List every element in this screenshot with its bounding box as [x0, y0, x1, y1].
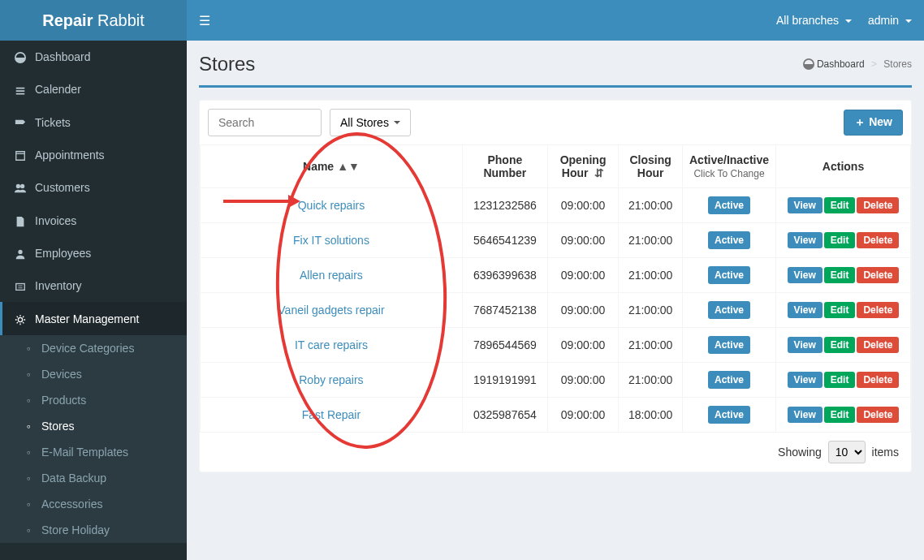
view-button[interactable]: View [788, 267, 823, 283]
status-badge[interactable]: Active [708, 406, 750, 424]
user-icon [12, 247, 28, 260]
svg-point-2 [18, 250, 22, 254]
cell-close: 18:00:00 [619, 398, 683, 433]
delete-button[interactable]: Delete [857, 302, 899, 318]
subnav-stores[interactable]: ◦Stores [0, 413, 187, 439]
store-name-link[interactable]: Vaneil gadgets repair [278, 304, 384, 317]
edit-button[interactable]: Edit [824, 337, 856, 353]
sort-icon: ▲▼ [337, 160, 360, 173]
breadcrumb-home[interactable]: Dashboard [817, 58, 865, 70]
view-button[interactable]: View [788, 372, 823, 388]
hamburger-icon[interactable]: ☰ [199, 13, 210, 28]
cogs-icon [12, 312, 28, 325]
subnav-device-categories[interactable]: ◦Device Categories [0, 335, 187, 361]
status-badge[interactable]: Active [708, 301, 750, 319]
subnav-label: Devices [41, 368, 82, 381]
store-name-link[interactable]: Allen repairs [300, 269, 363, 282]
status-badge[interactable]: Active [708, 336, 750, 354]
cell-open: 09:00:00 [547, 293, 618, 328]
delete-button[interactable]: Delete [857, 407, 899, 423]
view-button[interactable]: View [788, 232, 823, 248]
caret-down-icon [845, 19, 852, 23]
status-badge[interactable]: Active [708, 196, 750, 214]
store-name-link[interactable]: Quick repairs [298, 199, 365, 212]
edit-button[interactable]: Edit [824, 372, 856, 388]
delete-button[interactable]: Delete [857, 372, 899, 388]
inventory-icon [12, 279, 28, 292]
cell-open: 09:00:00 [547, 188, 618, 223]
edit-button[interactable]: Edit [824, 302, 856, 318]
store-name-link[interactable]: IT care repairs [295, 338, 368, 351]
calendar-icon [12, 149, 28, 162]
sidebar-item-appointments[interactable]: Appointments [0, 139, 187, 171]
new-label: New [869, 115, 892, 128]
branches-dropdown[interactable]: All branches [776, 14, 852, 27]
subnav-label: E-Mail Templates [41, 446, 128, 459]
sidebar-item-inventory[interactable]: Inventory [0, 269, 187, 302]
th-phone[interactable]: Phone Number [462, 145, 547, 188]
breadcrumb-sep: > [871, 58, 877, 70]
sidebar-item-invoices[interactable]: Invoices [0, 204, 187, 236]
new-button[interactable]: ＋ New [844, 110, 903, 136]
branches-label: All branches [776, 14, 839, 27]
cell-open: 09:00:00 [547, 258, 618, 293]
sidebar-item-dashboard[interactable]: Dashboard [0, 41, 187, 73]
sidebar-item-master-management[interactable]: Master Management [0, 302, 187, 334]
view-button[interactable]: View [788, 197, 823, 213]
th-open[interactable]: Opening Hour ⇵ [547, 145, 618, 188]
user-dropdown[interactable]: admin [868, 14, 912, 27]
items-label: items [872, 446, 899, 459]
table-row: Allen repairs639639963809:00:0021:00:00A… [201, 258, 911, 293]
delete-button[interactable]: Delete [857, 337, 899, 353]
subnav-store-holiday[interactable]: ◦Store Holiday [0, 517, 187, 543]
filter-dropdown[interactable]: All Stores [330, 109, 411, 136]
th-status[interactable]: Active/InactiveClick To Change [683, 145, 776, 188]
status-badge[interactable]: Active [708, 231, 750, 249]
store-name-link[interactable]: Fast Repair [302, 408, 361, 421]
per-page-select[interactable]: 10 [828, 441, 866, 463]
th-name[interactable]: Name▲▼ [201, 145, 463, 188]
edit-button[interactable]: Edit [824, 197, 856, 213]
cell-phone: 7687452138 [462, 293, 547, 328]
store-name-link[interactable]: Fix IT solutions [293, 234, 369, 247]
view-button[interactable]: View [788, 302, 823, 318]
showing-label: Showing [778, 446, 822, 459]
table-footer: Showing 10 items [200, 433, 911, 472]
file-icon [12, 213, 28, 226]
delete-button[interactable]: Delete [857, 232, 899, 248]
status-badge[interactable]: Active [708, 266, 750, 284]
subnav-email-templates[interactable]: ◦E-Mail Templates [0, 439, 187, 465]
dashboard-icon [803, 58, 814, 70]
subnav-products[interactable]: ◦Products [0, 387, 187, 413]
circle-arrow-icon: ◦ [20, 523, 37, 536]
delete-button[interactable]: Delete [857, 197, 899, 213]
search-input[interactable] [208, 109, 322, 136]
subnav-data-backup[interactable]: ◦Data Backup [0, 465, 187, 491]
sidebar-item-customers[interactable]: Customers [0, 171, 187, 204]
th-close[interactable]: Closing Hour [619, 145, 683, 188]
sidebar-item-label: Customers [35, 181, 90, 194]
delete-button[interactable]: Delete [857, 267, 899, 283]
sidebar-item-tickets[interactable]: Tickets [0, 106, 187, 139]
stores-table: Name▲▼ Phone Number Opening Hour ⇵ Closi… [200, 144, 911, 433]
brand-logo[interactable]: Repair Rabbit [0, 0, 187, 41]
svg-point-4 [18, 317, 22, 321]
sidebar-item-label: Calender [35, 83, 81, 96]
circle-arrow-icon: ◦ [20, 368, 37, 381]
sidebar-item-employees[interactable]: Employees [0, 237, 187, 269]
edit-button[interactable]: Edit [824, 232, 856, 248]
caret-down-icon [905, 19, 912, 23]
edit-button[interactable]: Edit [824, 407, 856, 423]
store-name-link[interactable]: Roby repairs [299, 373, 363, 386]
cell-close: 21:00:00 [619, 223, 683, 258]
subnav-devices[interactable]: ◦Devices [0, 361, 187, 387]
view-button[interactable]: View [788, 407, 823, 423]
sidebar-item-label: Invoices [35, 214, 76, 227]
subnav-accessories[interactable]: ◦Accessories [0, 491, 187, 517]
cell-close: 21:00:00 [619, 293, 683, 328]
status-badge[interactable]: Active [708, 371, 750, 389]
sidebar-item-calender[interactable]: Calender [0, 73, 187, 106]
view-button[interactable]: View [788, 337, 823, 353]
edit-button[interactable]: Edit [824, 267, 856, 283]
cell-phone: 5646541239 [462, 223, 547, 258]
